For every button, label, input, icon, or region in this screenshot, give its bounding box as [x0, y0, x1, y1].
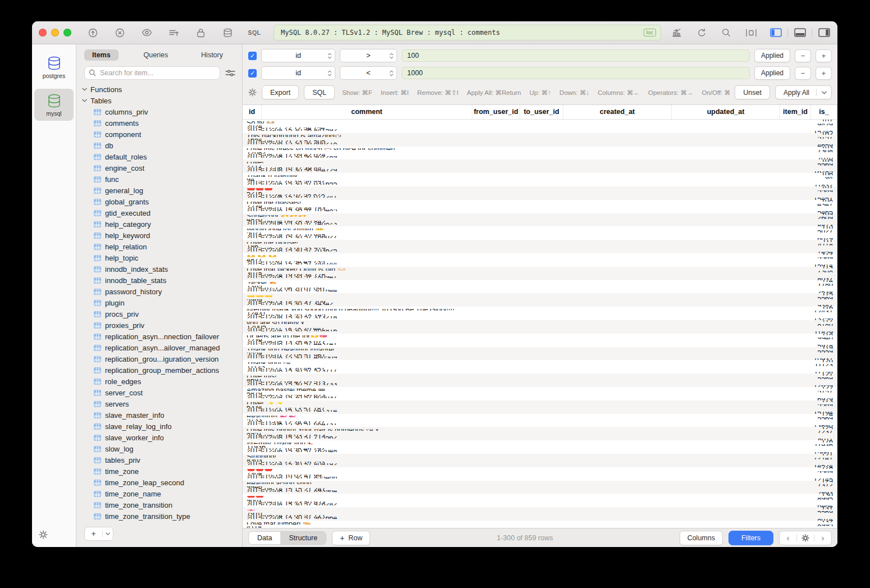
remove-filter-button[interactable]: −	[795, 49, 811, 62]
tab-items[interactable]: Items	[84, 49, 119, 61]
remove-filter-button[interactable]: −	[795, 67, 811, 80]
table-item-replication_asyn...nnection_failover[interactable]: replication_asyn...nnection_failover	[82, 331, 242, 342]
connection-postgres[interactable]: postgres	[34, 51, 74, 83]
table-item-engine_cost[interactable]: engine_cost	[82, 162, 242, 174]
table-item-slow_log[interactable]: slow_log	[82, 443, 242, 454]
add-item-button[interactable]: +	[84, 527, 113, 541]
column-header-item_id[interactable]: item_id	[780, 105, 811, 119]
table-item-gtid_executed[interactable]: gtid_executed	[82, 207, 242, 218]
applied-button[interactable]: Applied	[754, 49, 790, 62]
table-item-help_keyword[interactable]: help_keyword	[82, 230, 242, 241]
column-header-comment[interactable]: comment	[262, 105, 472, 119]
table-item-time_zone[interactable]: time_zone	[82, 466, 242, 477]
gear-icon[interactable]	[248, 88, 257, 97]
search-input[interactable]	[84, 66, 220, 80]
prev-page-button[interactable]: ‹	[780, 531, 796, 545]
table-item-innodb_index_stats[interactable]: innodb_index_stats	[82, 263, 242, 275]
sql-button[interactable]: SQL	[304, 85, 335, 99]
tab-history[interactable]: History	[193, 49, 231, 61]
table-item-time_zone_name[interactable]: time_zone_name	[82, 488, 242, 499]
table-item-db[interactable]: db	[82, 140, 242, 151]
table-item-procs_priv[interactable]: procs_priv	[82, 308, 242, 320]
table-item-global_grants[interactable]: global_grants	[82, 196, 242, 207]
database-icon[interactable]	[221, 26, 234, 39]
close-window-button[interactable]	[39, 29, 47, 37]
column-header-updated_at[interactable]: updated_at	[672, 105, 780, 119]
table-item-help_topic[interactable]: help_topic	[82, 252, 242, 263]
unset-button[interactable]: Unset	[735, 85, 770, 99]
filter-value-input[interactable]	[402, 67, 750, 79]
sql-editor-icon[interactable]: SQL	[248, 26, 261, 39]
toggle-right-panel-icon[interactable]	[817, 26, 831, 39]
compare-icon[interactable]	[744, 26, 758, 39]
table-item-tables_priv[interactable]: tables_priv	[82, 454, 242, 466]
table-item-role_edges[interactable]: role_edges	[82, 376, 242, 387]
table-item-help_relation[interactable]: help_relation	[82, 241, 242, 252]
filter-operator-select[interactable]: >	[340, 49, 397, 62]
search-icon[interactable]	[719, 26, 733, 39]
filter-checkbox[interactable]: ✓	[248, 52, 257, 60]
filter-value-input[interactable]	[402, 49, 750, 62]
table-item-plugin[interactable]: plugin	[82, 297, 242, 308]
filter-operator-select[interactable]: <	[340, 66, 397, 80]
table-item-default_roles[interactable]: default_roles	[82, 151, 242, 162]
table-item-columns_priv[interactable]: columns_priv	[82, 106, 242, 117]
add-filter-button[interactable]: +	[816, 49, 832, 62]
table-item-help_category[interactable]: help_category	[82, 218, 242, 230]
column-header-is_[interactable]: is_	[811, 105, 837, 119]
preview-eye-icon[interactable]	[140, 26, 153, 39]
table-item-innodb_table_stats[interactable]: innodb_table_stats	[82, 275, 242, 286]
connection-mysql[interactable]: mysql	[34, 89, 74, 121]
columns-button[interactable]: Columns	[680, 531, 723, 545]
zoom-window-button[interactable]	[63, 29, 71, 37]
export-button[interactable]: Export	[262, 85, 299, 99]
tree-section-functions[interactable]: Functions	[82, 84, 242, 95]
lock-icon[interactable]	[194, 26, 207, 39]
column-header-id[interactable]: id	[243, 105, 262, 119]
add-filter-button[interactable]: +	[816, 67, 832, 80]
table-item-component[interactable]: component	[82, 129, 242, 140]
table-item-servers[interactable]: servers	[82, 398, 242, 409]
filters-button[interactable]: Filters	[728, 531, 773, 545]
data-tab[interactable]: Data	[249, 532, 280, 544]
disconnect-icon[interactable]	[113, 26, 126, 39]
table-item-comments[interactable]: comments	[82, 117, 242, 129]
toggle-bottom-panel-icon[interactable]	[793, 26, 807, 39]
table-item-time_zone_transition_type[interactable]: time_zone_transition_type	[82, 510, 242, 522]
page-settings-button[interactable]	[797, 531, 814, 545]
applied-button[interactable]: Applied	[754, 66, 790, 80]
apply-all-button[interactable]: Apply All	[775, 85, 832, 99]
structure-tab[interactable]: Structure	[280, 532, 326, 544]
minimize-window-button[interactable]	[51, 29, 59, 37]
column-header-created_at[interactable]: created_at	[563, 105, 672, 119]
table-item-general_log[interactable]: general_log	[82, 185, 242, 196]
column-header-to_user_id[interactable]: to_user_id	[520, 105, 563, 119]
table-item-replication_asyn...ailover_managed[interactable]: replication_asyn...ailover_managed	[82, 342, 242, 353]
table-item-time_zone_transition[interactable]: time_zone_transition	[82, 499, 242, 510]
add-row-button[interactable]: + Row	[332, 531, 370, 545]
toggle-left-panel-icon[interactable]	[769, 26, 782, 39]
filter-column-select[interactable]: id	[261, 66, 335, 80]
table-item-replication_grou...iguration_version[interactable]: replication_grou...iguration_version	[82, 353, 242, 364]
table-item-proxies_priv[interactable]: proxies_priv	[82, 320, 242, 331]
table-item-password_history[interactable]: password_history	[82, 286, 242, 297]
table-item-slave_relay_log_info[interactable]: slave_relay_log_info	[82, 421, 242, 432]
filter-column-select[interactable]: id	[261, 49, 335, 62]
structure-list-icon[interactable]	[167, 26, 180, 39]
table-item-server_cost[interactable]: server_cost	[82, 387, 242, 398]
table-item-func[interactable]: func	[82, 174, 242, 185]
sidebar-settings[interactable]	[32, 530, 48, 547]
table-item-replication_group_member_actions[interactable]: replication_group_member_actions	[82, 364, 242, 376]
table-item-slave_master_info[interactable]: slave_master_info	[82, 409, 242, 421]
chart-icon[interactable]	[670, 26, 684, 39]
filter-checkbox[interactable]: ✓	[248, 69, 257, 78]
filter-sliders-icon[interactable]	[225, 69, 235, 77]
table-item-slave_worker_info[interactable]: slave_worker_info	[82, 432, 242, 443]
tree-section-tables[interactable]: Tables	[82, 95, 242, 106]
tab-queries[interactable]: Queries	[135, 49, 176, 61]
refresh-icon[interactable]	[695, 26, 708, 39]
table-item-time_zone_leap_second[interactable]: time_zone_leap_second	[82, 477, 242, 488]
column-header-from_user_id[interactable]: from_user_id	[472, 105, 520, 119]
next-page-button[interactable]: ›	[814, 531, 831, 545]
connection-icon[interactable]	[86, 26, 99, 39]
